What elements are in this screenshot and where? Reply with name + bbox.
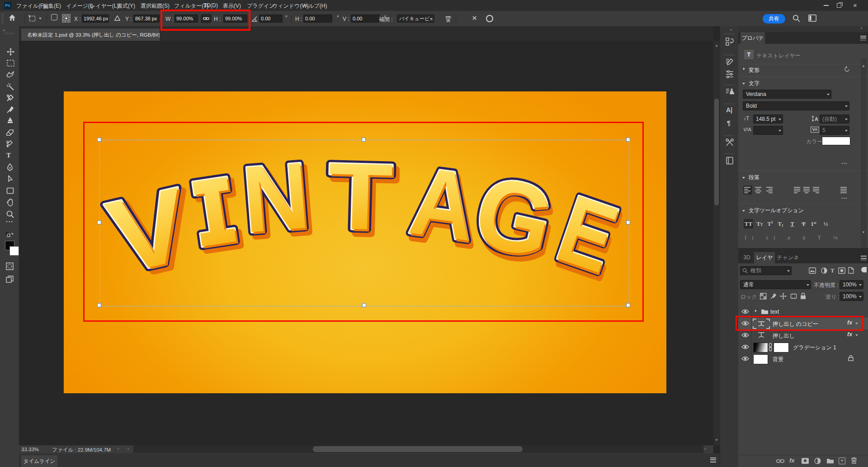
svg-text:A: A [815, 116, 818, 122]
